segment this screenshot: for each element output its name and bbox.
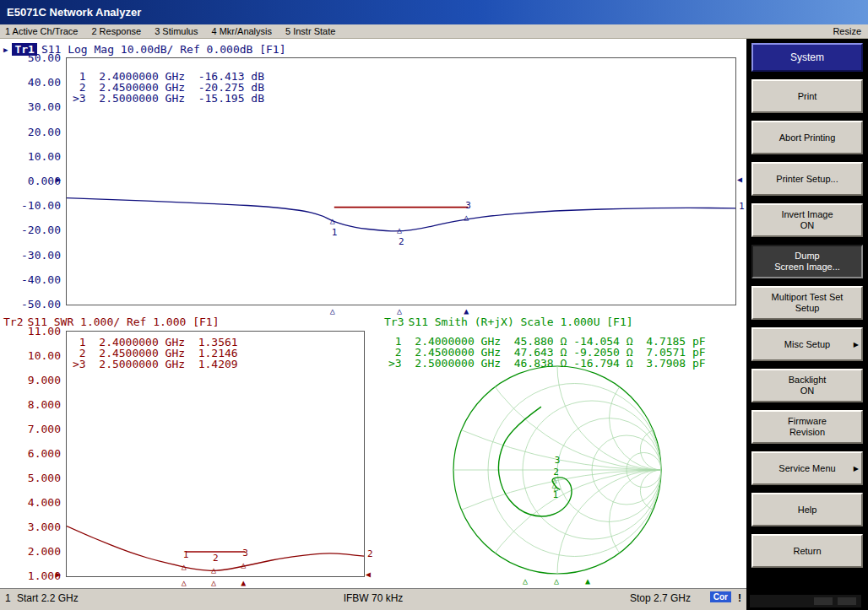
softkey-backlight[interactable]: BacklightON: [751, 369, 863, 402]
y-axis-tick: -40.00: [20, 274, 61, 285]
menu-item-2[interactable]: 2 Response: [91, 26, 141, 36]
ref-level-arrow-right: ◀: [737, 175, 742, 184]
title-bar: E5071C Network Analyzer: [0, 0, 868, 24]
softkey-label: Return: [793, 546, 821, 557]
marker-table-row: >3 2.5000000 GHz 1.4209: [73, 359, 238, 370]
y-axis-tick: 3.000: [20, 521, 61, 532]
softkey-value: ON: [800, 386, 815, 397]
marker-1-label: 1: [183, 551, 189, 559]
y-axis-tick: 2.000: [20, 546, 61, 557]
stop-frequency: Stop 2.7 GHz: [630, 592, 691, 604]
softkey-label: Help: [798, 505, 817, 516]
softkey-menu-title-label: System: [790, 52, 824, 63]
start-frequency: Start 2.2 GHz: [17, 592, 79, 604]
menu-item-5[interactable]: 5 Instr State: [285, 26, 335, 36]
resize-button[interactable]: Resize: [833, 26, 861, 36]
softkey-label: Printer Setup...: [776, 174, 838, 185]
y-axis-tick: 20.00: [20, 127, 61, 138]
softkey-print[interactable]: Print: [751, 79, 863, 113]
softkey-help[interactable]: Help: [751, 493, 863, 526]
marker-1-label: 1: [332, 229, 338, 237]
tr1-title: S11 Log Mag 10.00dB/ Ref 0.000dB [F1]: [41, 43, 286, 56]
softkey-label: Abort Printing: [779, 132, 836, 143]
softkey-printer-setup[interactable]: Printer Setup...: [751, 162, 863, 196]
menu-items: 1 Active Ch/Trace2 Response3 Stimulus4 M…: [5, 26, 349, 36]
y-axis-tick: 5.000: [20, 472, 61, 483]
y-axis-tick: 1.000: [20, 570, 61, 581]
marker-2-label: 2: [399, 238, 404, 246]
softkey-label: Backlight: [789, 375, 827, 386]
y-axis-tick: 8.000: [20, 399, 61, 410]
ref-level-arrow-left: ▶: [56, 175, 61, 184]
trace-end-label: 2: [367, 550, 373, 559]
smith-axis-indicator-2: △: [554, 577, 559, 586]
marker-2-symbol: △: [397, 226, 402, 235]
active-trace-arrow-icon: ▶: [3, 46, 8, 54]
marker-1-symbol: △: [330, 217, 335, 225]
tr3-title: S11 Smith (R+jX) Scale 1.000U [F1]: [408, 316, 632, 328]
smith-axis-indicator-3: ▲: [585, 577, 590, 586]
softkey-return[interactable]: Return: [751, 534, 863, 568]
marker-2-label: 2: [213, 554, 219, 563]
softkey-label: Invert Image: [781, 209, 833, 220]
marker-1-axis-indicator: △: [182, 579, 187, 587]
y-axis-tick: -30.00: [20, 250, 61, 261]
softkey-dump[interactable]: DumpScreen Image...: [751, 245, 863, 278]
marker-3-axis-indicator: ▲: [464, 307, 469, 316]
softkey-panel: System PrintAbort PrintingPrinter Setup.…: [746, 39, 868, 610]
softkey-label: Misc Setup: [784, 339, 830, 350]
tr2-plot-marker-table: 1 2.4000000 GHz 1.3561 2 2.4500000 GHz 1…: [73, 337, 238, 370]
marker-2-axis-indicator: △: [211, 579, 216, 587]
y-axis-tick: -10.00: [20, 200, 61, 211]
softkey-misc-setup[interactable]: Misc Setup▶: [751, 327, 863, 361]
marker-3-label: 3: [465, 202, 471, 210]
menu-item-4[interactable]: 4 Mkr/Analysis: [211, 26, 272, 36]
ref-level-arrow-right: ◀: [366, 570, 371, 579]
softkey-value: Revision: [789, 427, 825, 438]
tr3-chip[interactable]: Tr3: [384, 316, 404, 328]
marker-3-label: 3: [242, 549, 248, 558]
window-title: E5071C Network Analyzer: [7, 6, 141, 19]
taskbar-icon: [814, 597, 833, 605]
taskbar-fragment: [750, 595, 861, 607]
marker-table-row: >3 2.5000000 GHz -15.195 dB: [73, 93, 264, 104]
y-axis-tick: 50.00: [20, 52, 61, 63]
marker-1-symbol: △: [182, 563, 187, 571]
channel-indicator: 1: [5, 592, 11, 604]
menu-item-1[interactable]: 1 Active Ch/Trace: [5, 26, 78, 36]
y-axis-tick: 4.000: [20, 497, 61, 508]
smith-marker-1-label: 1: [552, 491, 558, 499]
smith-axis-indicator-1: △: [523, 577, 528, 586]
marker-3-symbol: △: [241, 561, 246, 570]
y-axis-tick: 10.00: [20, 151, 61, 162]
status-bar: 1 Start 2.2 GHz IFBW 70 kHz Stop 2.7 GHz…: [0, 588, 746, 610]
tr3-header: Tr3 S11 Smith (R+jX) Scale 1.000U [F1]: [384, 316, 633, 328]
y-axis-tick: 40.00: [20, 77, 61, 88]
softkey-label: Multiport Test Set: [772, 292, 844, 303]
menu-item-3[interactable]: 3 Stimulus: [155, 26, 198, 36]
y-axis-tick: 30.00: [20, 101, 61, 112]
marker-2-symbol: △: [211, 566, 216, 575]
submenu-arrow-icon: ▶: [854, 463, 859, 474]
menu-bar: 1 Active Ch/Trace2 Response3 Stimulus4 M…: [0, 24, 868, 39]
softkey-invert-image[interactable]: Invert ImageON: [751, 203, 863, 237]
softkey-label: Dump: [795, 251, 819, 262]
y-axis-tick: 7.000: [20, 424, 61, 435]
y-axis-tick: 6.000: [20, 448, 61, 459]
analyzer-screen: E5071C Network Analyzer 1 Active Ch/Trac…: [0, 0, 868, 610]
y-axis-tick: 9.000: [20, 375, 61, 386]
softkey-service-menu[interactable]: Service Menu▶: [751, 451, 863, 485]
marker-1-axis-indicator: △: [330, 307, 335, 316]
y-axis-tick: -50.00: [20, 299, 61, 310]
softkey-abort-printing[interactable]: Abort Printing: [751, 121, 863, 154]
softkey-value: Setup: [795, 303, 820, 314]
softkey-value: Screen Image...: [774, 262, 840, 273]
y-axis-tick: 10.00: [20, 350, 61, 361]
tr3-marker-table: 1 2.4000000 GHz 45.880 Ω -14.054 Ω 4.718…: [388, 336, 706, 369]
y-axis-tick: 0.000: [20, 175, 61, 186]
y-axis-tick: 11.00: [20, 326, 61, 337]
softkey-firmware[interactable]: FirmwareRevision: [751, 410, 863, 444]
softkey-multiport-test-set[interactable]: Multiport Test SetSetup: [751, 286, 863, 320]
marker-3-axis-indicator: ▲: [241, 579, 246, 587]
smith-marker-3-symbol: △: [554, 483, 558, 492]
